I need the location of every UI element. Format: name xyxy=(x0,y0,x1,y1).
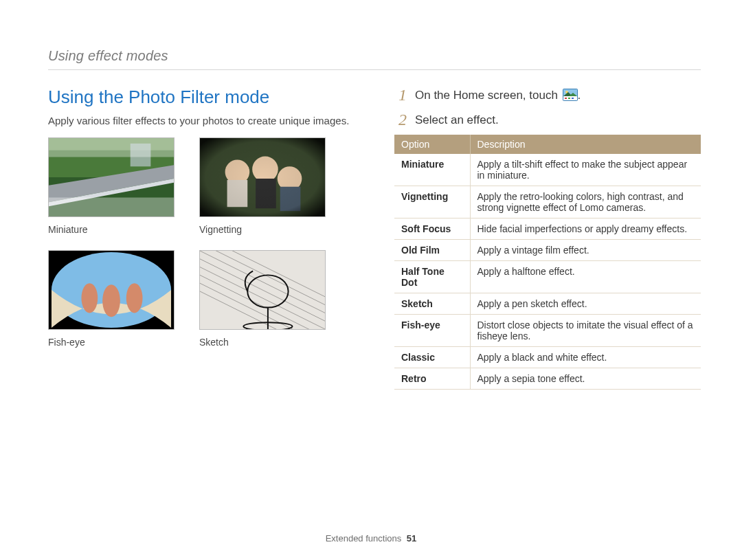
option-cell: Fish-eye xyxy=(394,315,470,347)
desc-cell: Apply a tilt-shift effect to make the su… xyxy=(470,154,701,186)
step-2: 2 Select an effect. xyxy=(394,111,701,128)
desc-cell: Distort close objects to imitate the vis… xyxy=(470,315,701,347)
option-cell: Soft Focus xyxy=(394,219,470,240)
option-cell: Sketch xyxy=(394,293,470,315)
table-row: VignettingApply the retro-looking colors… xyxy=(394,186,701,219)
page-footer: Extended functions 51 xyxy=(0,533,742,544)
table-row: ClassicApply a black and white effect. xyxy=(394,347,701,368)
desc-cell: Apply a pen sketch effect. xyxy=(470,293,701,315)
svg-rect-5 xyxy=(49,197,174,216)
desc-cell: Apply a sepia tone effect. xyxy=(470,368,701,390)
table-row: Half Tone DotApply a halftone effect. xyxy=(394,261,701,293)
section-title: Using the Photo Filter mode xyxy=(48,87,355,108)
right-column: 1 On the Home screen, touch xyxy=(394,87,701,390)
step-list: 1 On the Home screen, touch xyxy=(394,87,701,128)
svg-point-18 xyxy=(126,283,143,313)
lead-paragraph: Apply various filter effects to your pho… xyxy=(48,115,355,126)
thumbnail-label: Fish-eye xyxy=(48,337,175,348)
table-row: MiniatureApply a tilt-shift effect to ma… xyxy=(394,154,701,186)
svg-rect-4 xyxy=(49,138,174,157)
desc-cell: Apply a vintage film effect. xyxy=(470,240,701,261)
table-header-row: Option Description xyxy=(394,135,701,154)
page-number: 51 xyxy=(407,533,416,544)
thumbnail-label: Miniature xyxy=(48,224,175,235)
thumbnail-miniature: Miniature xyxy=(48,137,175,245)
desc-cell: Apply a black and white effect. xyxy=(470,347,701,368)
desc-cell: Hide facial imperfections or apply dream… xyxy=(470,219,701,240)
step-text: Select an effect. xyxy=(415,111,499,127)
svg-point-17 xyxy=(102,284,120,317)
breadcrumb: Using effect modes xyxy=(48,48,701,64)
step-1: 1 On the Home screen, touch xyxy=(394,87,701,104)
thumbnail-label: Sketch xyxy=(199,337,326,348)
table-header-description: Description xyxy=(470,135,701,154)
step-text-prefix: On the Home screen, touch xyxy=(415,89,561,102)
horizontal-rule xyxy=(48,69,701,70)
sketch-image xyxy=(199,250,326,330)
photo-filter-mode-icon xyxy=(563,89,578,104)
thumbnail-label: Vignetting xyxy=(199,224,326,235)
step-number: 1 xyxy=(394,87,407,103)
svg-rect-35 xyxy=(565,98,567,99)
table-row: Fish-eyeDistort close objects to imitate… xyxy=(394,315,701,347)
footer-section-label: Extended functions xyxy=(326,533,402,544)
manual-page: Using effect modes Using the Photo Filte… xyxy=(0,0,742,560)
table-header-option: Option xyxy=(394,135,470,154)
svg-rect-37 xyxy=(572,98,574,99)
left-column: Using the Photo Filter mode Apply variou… xyxy=(48,87,355,390)
svg-rect-36 xyxy=(568,98,570,99)
fisheye-image xyxy=(48,250,175,330)
option-cell: Retro xyxy=(394,368,470,390)
option-cell: Half Tone Dot xyxy=(394,261,470,293)
vignetting-image xyxy=(199,137,326,217)
desc-cell: Apply the retro-looking colors, high con… xyxy=(470,186,701,219)
option-cell: Miniature xyxy=(394,154,470,186)
step-text: On the Home screen, touch xyxy=(415,87,581,104)
step-number: 2 xyxy=(394,111,407,128)
svg-point-16 xyxy=(81,283,98,313)
option-cell: Vignetting xyxy=(394,186,470,219)
table-row: SketchApply a pen sketch effect. xyxy=(394,293,701,315)
thumbnail-sketch: Sketch xyxy=(199,250,326,357)
svg-rect-13 xyxy=(200,138,325,216)
thumbnail-fisheye: Fish-eye xyxy=(48,250,175,357)
option-cell: Old Film xyxy=(394,240,470,261)
thumbnail-vignetting: Vignetting xyxy=(199,137,326,245)
effects-table: Option Description MiniatureApply a tilt… xyxy=(394,135,701,390)
table-row: RetroApply a sepia tone effect. xyxy=(394,368,701,390)
table-row: Old FilmApply a vintage film effect. xyxy=(394,240,701,261)
two-column-layout: Using the Photo Filter mode Apply variou… xyxy=(48,87,701,390)
option-cell: Classic xyxy=(394,347,470,368)
thumbnail-grid: Miniature xyxy=(48,137,355,357)
miniature-image xyxy=(48,137,175,217)
step-text-suffix: . xyxy=(578,89,581,102)
desc-cell: Apply a halftone effect. xyxy=(470,261,701,293)
effects-table-body: MiniatureApply a tilt-shift effect to ma… xyxy=(394,154,701,390)
table-row: Soft FocusHide facial imperfections or a… xyxy=(394,219,701,240)
